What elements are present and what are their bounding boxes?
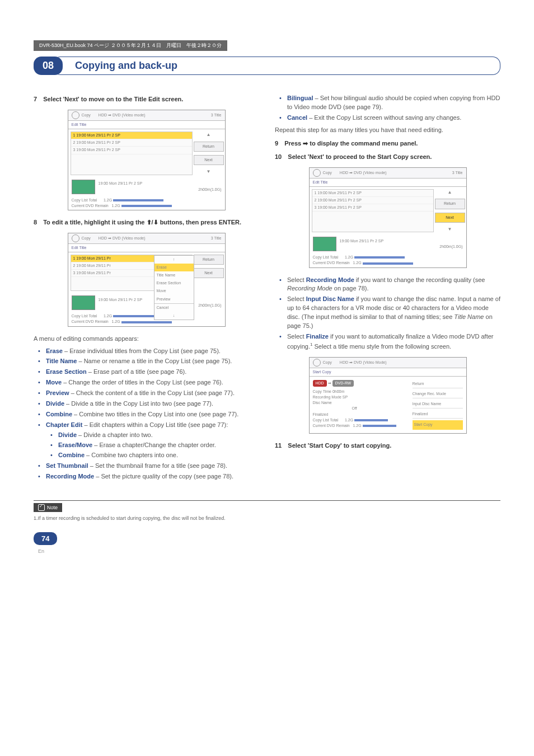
return-button[interactable]: Return (435, 199, 465, 209)
menu-item[interactable]: Title Name (154, 271, 194, 279)
menu-item[interactable]: Erase (154, 264, 194, 271)
total-value: 1.2G (345, 418, 353, 422)
step-10: 10 Select 'Next' to proceed to the Start… (275, 153, 500, 162)
next-button[interactable]: Next (194, 155, 224, 165)
remain-label: Current DVD Remain (72, 320, 109, 323)
return-button[interactable]: Return (194, 142, 224, 152)
popup-down-icon[interactable]: ↓ (154, 312, 194, 320)
scr-title-list: 1 19:00 Mon 29/11 Pr 2 SP 2 19:00 Mon 29… (312, 189, 434, 232)
list-item: Title Name – Name or rename a title in t… (41, 357, 259, 366)
thumbnail (72, 295, 95, 310)
list-item[interactable]: 1 19:00 Mon 29/11 Pr 2 SP (71, 132, 192, 139)
scr-mode: HDD ➡ DVD (Video mode) (99, 112, 146, 118)
scr-copy-label: Copy (323, 170, 332, 176)
preview-duration: 2h00m(1.0G) (99, 187, 222, 192)
total-value: 1.2G (104, 198, 112, 202)
rec-mode: Recording Mode SP (313, 395, 406, 400)
list-item[interactable]: 2 19:00 Mon 29/11 Pr 2 SP (71, 139, 192, 147)
preview-info: 19:00 Mon 29/11 Pr 2 SP (340, 238, 463, 244)
copy-time: Copy Time 0h00m (313, 389, 406, 395)
thumbnail (72, 180, 95, 194)
total-label: Copy List Total (313, 418, 339, 422)
remain-value: 1.2G (353, 424, 361, 428)
menu-item[interactable]: Finalized (413, 410, 463, 419)
list-item: Divide – Divide a chapter into two. (54, 431, 259, 440)
scroll-down-icon[interactable]: ▼ (448, 226, 452, 233)
start-copy-left: HDD ➡ DVD-RW Copy Time 0h00m Recording M… (310, 377, 409, 433)
total-label: Copy List Total (72, 314, 97, 318)
scroll-up-icon[interactable]: ▲ (448, 189, 452, 196)
list-item: Chapter Edit – Edit chapters within a Co… (41, 421, 259, 460)
list-item: Erase – Erase individual titles from the… (41, 347, 259, 356)
return-button[interactable]: Return (194, 255, 224, 265)
chapter-sub-list: Divide – Divide a chapter into two. Eras… (46, 431, 259, 460)
scr-copy-label: Copy (82, 112, 91, 118)
step-number: 10 (275, 153, 282, 160)
total-label: Copy List Total (313, 255, 339, 259)
chapter-bar: 08 Copying and back-up (34, 57, 500, 75)
disc-icon (72, 234, 79, 242)
list-item: Erase/Move – Erase a chapter/Change the … (54, 441, 259, 450)
menu-item[interactable]: Cancel (154, 303, 194, 312)
list-item[interactable]: 1 19:00 Mon 29/11 Pr 2 SP (312, 190, 433, 197)
list-item: Combine – Combine two titles in the Copy… (41, 410, 259, 419)
left-column: 7 Select 'Next' to move on to the Title … (34, 91, 259, 485)
remain-label: Current DVD Remain (313, 424, 350, 428)
list-item: Bilingual – Set how bilingual audio shou… (283, 94, 500, 112)
step-7: 7 Select 'Next' to move on to the Title … (34, 95, 259, 104)
list-item: Divide – Divide a title in the Copy List… (41, 400, 259, 408)
scr-copy-label: Copy (323, 360, 332, 365)
page-number: 74 (34, 532, 57, 545)
page-footer: 74 En (34, 532, 500, 555)
list-item[interactable]: 3 19:00 Mon 29/11 Pr 2 SP (312, 204, 433, 212)
next-button[interactable]: Next (435, 213, 465, 223)
chapter-title: Copying and back-up (53, 57, 500, 75)
list-item[interactable]: 2 19:00 Mon 29/11 Pr 2 SP (312, 197, 433, 204)
menu-intro: A menu of editing commands appears: (34, 335, 259, 344)
scr-title-list: 1 19:00 Mon 29/11 Pr 2 19:00 Mon 29/11 P… (71, 255, 193, 291)
list-item[interactable]: 3 19:00 Mon 29/11 Pr 2 SP (71, 147, 192, 154)
menu-item[interactable]: Move (154, 287, 194, 295)
menu-item[interactable]: Input Disc Name (413, 400, 463, 408)
scr-mode: HDD ➡ DVD (Video mode) (340, 170, 387, 176)
top-bullets: Bilingual – Set how bilingual audio shou… (275, 94, 500, 123)
remain-label: Current DVD Remain (72, 204, 109, 208)
preview-duration: 2h00m(1.0G) (340, 244, 463, 250)
list-item: Select Input Disc Name if you want to ch… (283, 295, 500, 331)
step-text: Select 'Next' to move on to the Title Ed… (43, 96, 183, 102)
scroll-up-icon[interactable]: ▲ (207, 132, 211, 138)
popup-up-icon[interactable]: ↑ (154, 256, 194, 264)
thumbnail (313, 237, 336, 251)
edit-title-screenshot-2: Copy HDD ➡ DVD (Video mode) 3 Title Edit… (68, 233, 226, 327)
total-value: 1.2G (345, 255, 353, 259)
scr-title-count: 3 Title (211, 236, 222, 241)
scr-title-count: 3 Title (211, 112, 222, 118)
disc-name: Disc Name (313, 400, 406, 406)
menu-item[interactable]: Return (413, 380, 463, 388)
disc-icon (72, 111, 79, 119)
list-item: Select Recording Mode if you want to cha… (283, 276, 500, 294)
step-number: 7 (34, 96, 37, 102)
list-item: Select Finalize if you want to automatic… (283, 332, 500, 351)
step-text: Select 'Next' to proceed to the Start Co… (288, 153, 432, 160)
menu-item[interactable]: Preview (154, 295, 194, 303)
disc-icon (313, 169, 321, 177)
list-item: Move – Change the order of titles in the… (41, 378, 259, 387)
scroll-down-icon[interactable]: ▼ (207, 168, 211, 175)
list-item: Recording Mode – Set the picture quality… (41, 472, 259, 481)
edit-title-screenshot-1: Copy HDD ➡ DVD (Video mode) 3 Title Edit… (68, 110, 226, 210)
menu-item[interactable]: Erase Section (154, 279, 194, 287)
menu-item[interactable]: Change Rec. Mode (413, 390, 463, 398)
list-item: Preview – Check the content of a title i… (41, 389, 259, 398)
command-list: Erase – Erase individual titles from the… (34, 347, 259, 481)
note-divider (34, 500, 500, 501)
doc-header: DVR-530H_EU.book 74 ページ ２００５年２月１４日 月曜日 午… (34, 40, 227, 51)
step-number: 8 (34, 219, 37, 226)
next-button[interactable]: Next (194, 268, 224, 278)
remain-value: 1.2G (353, 261, 361, 265)
remain-value: 1.2G (111, 204, 120, 208)
step-text: Press ➡ to display the command menu pane… (284, 140, 418, 147)
start-copy-button[interactable]: Start Copy (413, 420, 463, 429)
scr-tab: Edit Title (68, 244, 225, 252)
total-value: 1.2G (104, 314, 112, 318)
